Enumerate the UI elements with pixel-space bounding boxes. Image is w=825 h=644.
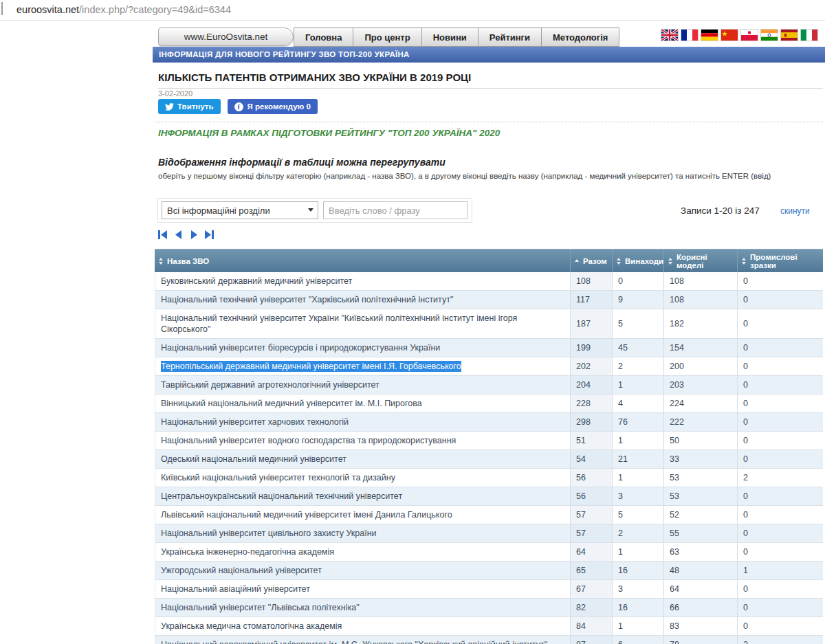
nav-menu: ГоловнаПро центрНовиниРейтингиМетодологі… (294, 27, 619, 47)
university-name: Українська медична стоматологічна академ… (161, 621, 342, 632)
column-header-3[interactable]: Корисні моделі (663, 249, 737, 272)
university-name: Національний аерокосмічний університет і… (161, 639, 547, 644)
flag-china-icon[interactable] (720, 29, 738, 41)
page-title: КІЛЬКІСТЬ ПАТЕНТІВ ОТРИМАНИХ ЗВО УКРАЇНИ… (158, 71, 823, 89)
column-header-2[interactable]: Винаходи (612, 249, 663, 272)
cell-value: 202 (570, 357, 612, 376)
column-header-1[interactable]: Разом (570, 249, 612, 272)
cell-value: 0 (737, 376, 823, 395)
table-row[interactable]: Національний університет харчових технол… (155, 413, 823, 432)
table-row[interactable]: Тернопільський державний медичний універ… (155, 357, 823, 376)
cell-value: 56 (570, 487, 612, 506)
cell-value: 0 (737, 599, 823, 617)
nav-item-2[interactable]: Новини (422, 27, 478, 47)
university-name: Національний університет "Львівська полі… (161, 602, 360, 613)
cell-value: 33 (663, 450, 737, 469)
cell-value: 228 (570, 395, 612, 413)
university-name: Національний університет цивільного захи… (161, 528, 377, 539)
cell-value: 1 (612, 376, 663, 395)
cell-value: 55 (663, 524, 737, 543)
nav-item-3[interactable]: Рейтинги (478, 27, 542, 47)
table-row[interactable]: Національний університет біоресурсів і п… (155, 339, 823, 357)
university-name: Національний технічний університет "Харк… (161, 294, 453, 305)
table-row[interactable]: Національний університет "Львівська полі… (155, 599, 823, 617)
flag-spain-icon[interactable] (780, 29, 798, 41)
table-row[interactable]: Вінницький національний медичний універс… (155, 395, 823, 413)
cell-value: 1 (612, 543, 663, 562)
main-navigation: www.EuroOsvita.net ГоловнаПро центрНовин… (153, 27, 825, 47)
table-row[interactable]: Таврійський державний агротехнологічний … (155, 376, 823, 395)
browser-url-bar: euroosvita.net/index.php/?category=49&id… (0, 0, 825, 21)
column-header-4[interactable]: Промислові зразки (737, 249, 823, 272)
page-url[interactable]: euroosvita.net/index.php/?category=49&id… (16, 4, 231, 15)
article-subtitle-link[interactable]: ІНФОРМАЦІЯ В РАМКАХ ПІДГОТОВКИ РЕЙТИНГУ … (158, 128, 500, 138)
nav-item-1[interactable]: Про центр (353, 27, 421, 47)
selected-text: Тернопільський державний медичний універ… (161, 361, 461, 372)
flag-france-icon[interactable] (681, 29, 698, 41)
flag-uk-icon[interactable] (661, 29, 679, 41)
table-row[interactable]: Національний технічний університет "Харк… (155, 291, 823, 309)
cell-value: 0 (737, 524, 823, 543)
nav-item-0[interactable]: Головна (294, 27, 353, 47)
cell-value: 83 (663, 617, 737, 636)
cell-value: 1 (612, 432, 663, 450)
table-row[interactable]: Львівський національний медичний універс… (155, 506, 823, 524)
table-row[interactable]: Національний авіаційний університет67364… (155, 580, 823, 599)
category-select[interactable]: Всі інформаційні розділи (162, 201, 318, 219)
sort-asc-icon (575, 259, 579, 263)
table-row[interactable]: Національний університет цивільного захи… (155, 524, 823, 543)
cell-value: 222 (663, 413, 737, 432)
table-row[interactable]: Центральноукраїнський національний техні… (155, 487, 823, 506)
sort-both-icon (617, 258, 621, 265)
cell-value: 3 (612, 487, 663, 506)
first-page-button[interactable] (157, 230, 169, 240)
university-name: Буковинський державний медичний універси… (161, 276, 352, 287)
table-row[interactable]: Київський національний університет техно… (155, 469, 823, 487)
table-row[interactable]: Ужгородський національний університет651… (155, 562, 823, 580)
page: euroosvita.net/index.php/?category=49&id… (0, 0, 825, 644)
nav-item-4[interactable]: Методологія (542, 27, 619, 47)
cell-value: 0 (737, 487, 823, 506)
cell-value: 45 (612, 339, 663, 357)
prev-page-icon (174, 230, 184, 240)
table-row[interactable]: Буковинський державний медичний універси… (155, 272, 823, 291)
cell-value: 52 (663, 506, 737, 524)
table-row[interactable]: Українська медична стоматологічна академ… (155, 617, 823, 636)
cell-value: 2 (612, 524, 663, 543)
cell-university-name: Таврійський державний агротехнологічний … (155, 376, 570, 395)
site-logo[interactable]: www.EuroOsvita.net (158, 27, 294, 46)
flag-italy-icon[interactable] (800, 29, 818, 41)
facebook-recommend-button[interactable]: f Я рекомендую 0 (228, 99, 318, 114)
next-page-button[interactable] (188, 230, 199, 240)
hint-title: Відображення інформації в таблиці можна … (158, 157, 446, 168)
category-banner[interactable]: ІНФОРМАЦІЯ ДЛЯ НОВОГО РЕЙТИНГУ ЗВО ТОП-2… (153, 47, 825, 63)
cell-value: 16 (612, 599, 663, 617)
cell-value: 6 (612, 636, 663, 644)
flag-india-icon[interactable] (760, 29, 778, 41)
table-row[interactable]: Національний технічний університет Украї… (155, 309, 823, 339)
table-row[interactable]: Національний аерокосмічний університет і… (155, 636, 823, 644)
table-row[interactable]: Українська інженерно-педагогічна академі… (155, 543, 823, 562)
cell-value: 87 (570, 636, 612, 644)
university-name: Одеський національний медичний університ… (161, 454, 346, 465)
pagination (157, 230, 214, 240)
table-row[interactable]: Національний університет водного господа… (155, 432, 823, 450)
university-name: Національний технічний університет Украї… (161, 313, 564, 335)
flag-poland-icon[interactable] (740, 29, 758, 41)
last-page-button[interactable] (203, 230, 214, 240)
cell-university-name: Національний аерокосмічний університет і… (155, 636, 570, 644)
cell-value: 2 (737, 469, 823, 487)
flag-germany-icon[interactable] (701, 29, 718, 41)
cell-value: 108 (570, 272, 612, 291)
sort-both-icon (668, 258, 672, 265)
table-row[interactable]: Одеський національний медичний університ… (155, 450, 823, 469)
column-header-0[interactable]: Назва ЗВО (155, 249, 570, 272)
tweet-button[interactable]: Твитнуть (158, 99, 221, 114)
cell-value: 0 (737, 506, 823, 524)
search-input[interactable] (323, 201, 468, 219)
prev-page-button[interactable] (173, 230, 184, 240)
cell-value: 200 (663, 357, 737, 376)
tweet-button-label: Твитнуть (177, 102, 214, 111)
reset-link[interactable]: скинути (780, 206, 810, 216)
cell-university-name: Буковинський державний медичний універси… (155, 272, 570, 291)
